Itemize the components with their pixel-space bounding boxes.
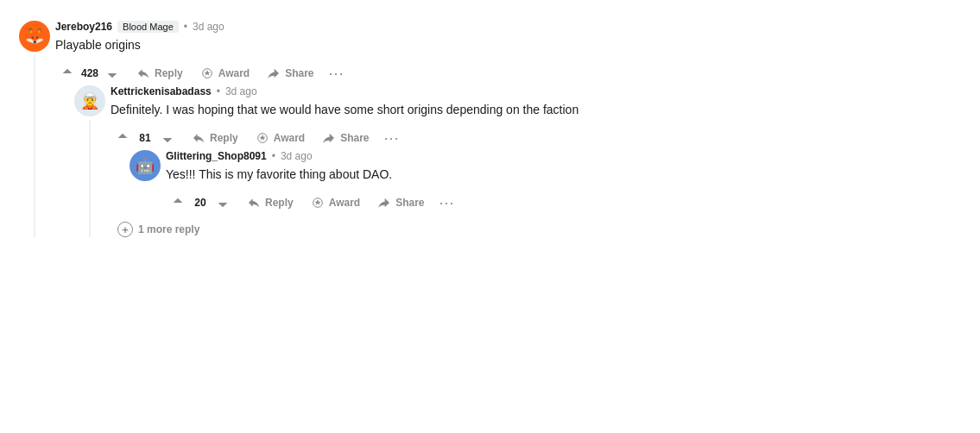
upvote-icon	[60, 66, 74, 80]
comment-3-username[interactable]: Glittering_Shop8091	[166, 150, 267, 162]
comment-1-avatar: 🦊	[19, 21, 50, 52]
reply-icon	[136, 66, 150, 80]
reply-icon-3	[247, 196, 261, 210]
comment-3-container: 🤖 Glittering_Shop8091 • 3d ago	[124, 150, 966, 215]
comment-3-wrapper: 🤖 Glittering_Shop8091 • 3d ago	[124, 150, 966, 215]
comment-3-vote-count: 20	[192, 197, 209, 209]
comment-1-flair: Blood Mage	[117, 21, 179, 33]
comment-3-header: Glittering_Shop8091 • 3d ago	[166, 150, 966, 162]
comment-2-share-btn[interactable]: Share	[315, 128, 376, 148]
comment-3-body-col: Glittering_Shop8091 • 3d ago Yes!!! This…	[166, 150, 966, 215]
share-icon-2	[322, 131, 336, 145]
more-replies-label: 1 more reply	[138, 223, 199, 235]
comment-1-actions: 428 Reply Award Share ···	[55, 61, 966, 85]
comment-1-body-col: Jereboy216 Blood Mage • 3d ago Playable …	[55, 21, 966, 237]
comment-3-text: Yes!!! This is my favorite thing about D…	[166, 166, 966, 184]
comment-2-actions: 81 Reply Award	[111, 126, 966, 150]
comment-3-vote-group: 20	[166, 191, 235, 215]
comment-2-reply-btn[interactable]: Reply	[185, 128, 245, 148]
comment-2-more-btn[interactable]: ···	[380, 126, 404, 150]
comment-2-vote-group: 81	[111, 126, 180, 150]
comment-1-award-btn[interactable]: Award	[193, 63, 256, 84]
reply-icon-2	[192, 131, 205, 145]
comment-1-vote-group: 428	[55, 61, 124, 85]
share-icon	[267, 66, 281, 80]
plus-circle-icon: +	[117, 222, 133, 237]
comment-3-left: 🤖	[124, 150, 166, 215]
comment-2-thread-line[interactable]	[89, 120, 91, 237]
comment-3-upvote[interactable]	[166, 191, 190, 215]
comment-3-dot: •	[272, 150, 275, 162]
comment-2-left: 🧝	[69, 85, 111, 237]
comment-1-reply-btn[interactable]: Reply	[130, 63, 190, 84]
comment-3-avatar: 🤖	[130, 150, 161, 181]
comment-3-share-btn[interactable]: Share	[370, 192, 431, 213]
upvote-icon-2	[116, 131, 130, 145]
comment-2-header: Kettrickenisabadass • 3d ago	[111, 85, 966, 97]
share-icon-3	[377, 196, 391, 210]
comment-1-share-btn[interactable]: Share	[260, 63, 320, 84]
downvote-icon-2	[161, 131, 174, 145]
comment-1-header: Jereboy216 Blood Mage • 3d ago	[55, 21, 966, 33]
comment-3-reply-btn[interactable]: Reply	[240, 192, 300, 213]
award-icon	[200, 66, 214, 80]
upvote-icon-3	[171, 196, 185, 210]
comment-2-wrapper: 🧝 Kettrickenisabadass • 3d ago Definitel…	[69, 85, 966, 237]
comment-1-upvote[interactable]	[55, 61, 79, 85]
comment-3-actions: 20 Reply	[166, 191, 966, 215]
comment-1-dot: •	[184, 21, 187, 33]
comment-1-vote-count: 428	[81, 67, 98, 79]
comment-3-downvote[interactable]	[211, 191, 235, 215]
comment-2-upvote[interactable]	[111, 126, 135, 150]
comment-1-text: Playable origins	[55, 36, 966, 54]
comment-3-more-btn[interactable]: ···	[435, 191, 459, 215]
comment-2-downvote[interactable]	[155, 126, 180, 150]
comment-thread: 🦊 Jereboy216 Blood Mage • 3d ago Playabl…	[14, 14, 966, 244]
comment-1-more-btn[interactable]: ···	[325, 61, 349, 85]
downvote-icon	[105, 66, 119, 80]
comment-2-avatar: 🧝	[74, 85, 105, 116]
downvote-icon-3	[216, 196, 230, 210]
comment-2-vote-count: 81	[136, 132, 154, 144]
more-replies-btn[interactable]: + 1 more reply	[117, 222, 966, 237]
comment-2-container: 🧝 Kettrickenisabadass • 3d ago Definitel…	[69, 85, 966, 237]
comment-2-username[interactable]: Kettrickenisabadass	[111, 85, 212, 97]
comment-2-text: Definitely. I was hoping that we would h…	[111, 101, 966, 119]
award-icon-3	[311, 196, 325, 210]
comment-1-thread-line[interactable]	[34, 55, 35, 237]
comment-1-container: 🦊 Jereboy216 Blood Mage • 3d ago Playabl…	[14, 21, 966, 237]
comment-3-award-btn[interactable]: Award	[304, 192, 367, 213]
comment-1-downvote[interactable]	[100, 61, 124, 85]
comment-1-username[interactable]: Jereboy216	[55, 21, 112, 33]
comment-1-left: 🦊	[14, 21, 55, 237]
comment-1-timestamp: 3d ago	[193, 21, 224, 33]
comment-2-dot: •	[217, 85, 220, 97]
comment-3-timestamp: 3d ago	[281, 150, 313, 162]
comment-2-timestamp: 3d ago	[225, 85, 257, 97]
comment-2-award-btn[interactable]: Award	[249, 128, 312, 148]
award-icon-2	[256, 131, 269, 145]
comment-2-body-col: Kettrickenisabadass • 3d ago Definitely.…	[111, 85, 966, 237]
